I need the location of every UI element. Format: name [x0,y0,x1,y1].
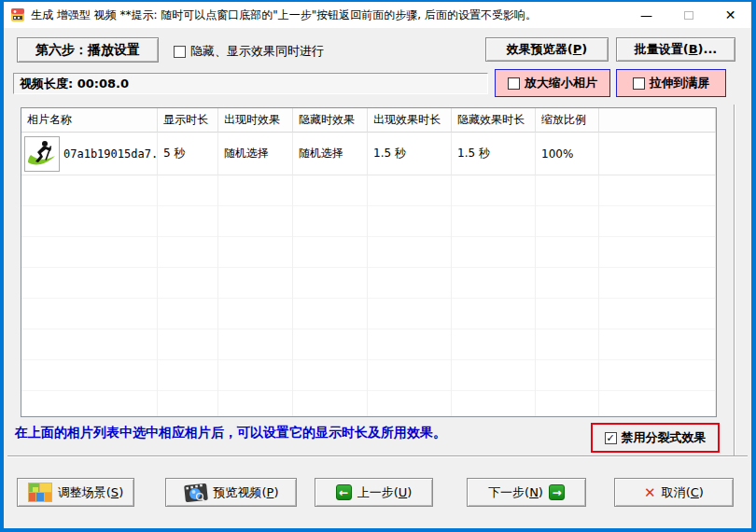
vertical-separator [734,105,735,455]
table-cell-hide-effect[interactable]: 随机选择 [293,133,368,175]
maximize-icon [684,11,693,20]
table-cell-scale[interactable]: 100% [536,133,599,175]
column-header-photo-name[interactable]: 相片名称 [21,108,158,133]
sync-effects-label: 隐藏、显示效果同时进行 [190,43,324,60]
video-length-field: 视频长度: 00:08.0 [13,73,488,94]
titlebar: 生成 增强型 视频 **提示: 随时可以点窗口底部的"上一步"按钮返回前面的步骤… [4,2,751,28]
hint-text: 在上面的相片列表中选中相应相片后，可以设置它的显示时长及所用效果。 [15,425,446,441]
previous-step-label: 上一步(U) [357,484,413,501]
checkbox-icon [633,77,645,90]
zoom-photo-checkbox[interactable]: 放大缩小相片 [495,69,610,97]
close-icon: ✕ [725,7,736,22]
column-header-appear-effect[interactable]: 出现时效果 [218,108,293,133]
step-label: 第六步：播放设置 [35,42,140,59]
table-cell-appear-duration[interactable]: 1.5 秒 [368,133,452,175]
batch-settings-label: 批量设置(B)... [635,41,718,58]
cancel-button[interactable]: ✕ 取消(C) [614,478,734,507]
table-cell-hide-duration[interactable]: 1.5 秒 [452,133,536,175]
step-label-button[interactable]: 第六步：播放设置 [17,37,159,63]
disable-split-effect-label: 禁用分裂式效果 [622,429,707,446]
adjust-scene-button[interactable]: 调整场景(S) [17,478,134,507]
effect-previewer-button[interactable]: 效果预览器(P) [485,37,609,62]
column-header-filler [599,108,716,133]
column-header-scale[interactable]: 缩放比例 [536,108,599,133]
table-row-photo-name[interactable]: 07a1b19015da7... [21,133,158,175]
column-header-appear-duration[interactable]: 出现效果时长 [368,108,452,133]
column-header-hide-duration[interactable]: 隐藏效果时长 [452,108,536,133]
next-step-button[interactable]: 下一步(N) → [467,478,586,507]
arrow-right-icon: → [549,484,565,500]
checkbox-checked-icon: ✓ [605,432,617,444]
batch-settings-button[interactable]: 批量设置(B)... [616,37,735,62]
film-preview-icon [184,483,208,503]
horizontal-separator [7,455,748,456]
stretch-fullscreen-checkbox[interactable]: 拉伸到满屏 [616,69,726,97]
next-step-label: 下一步(N) [488,484,543,501]
checkbox-icon [174,46,186,58]
column-header-hide-effect[interactable]: 隐藏时效果 [293,108,368,133]
table-cell-appear-effect[interactable]: 随机选择 [218,133,293,175]
stretch-fullscreen-label: 拉伸到满屏 [650,75,710,91]
maximize-button [667,2,709,28]
column-header-duration[interactable]: 显示时长 [158,108,218,133]
window-title: 生成 增强型 视频 **提示: 随时可以点窗口底部的"上一步"按钮返回前面的步骤… [31,7,537,23]
app-window: 生成 增强型 视频 **提示: 随时可以点窗口底部的"上一步"按钮返回前面的步骤… [0,0,756,532]
table-cell-duration[interactable]: 5 秒 [158,133,218,175]
minimize-button[interactable]: — [625,2,667,28]
previous-step-button[interactable]: ← 上一步(U) [315,478,433,507]
table-empty-area [21,175,158,416]
arrow-left-icon: ← [336,484,352,500]
zoom-photo-label: 放大缩小相片 [525,75,597,91]
minimize-icon: — [640,8,652,22]
effect-previewer-label: 效果预览器(P) [507,41,587,58]
disable-split-effect-checkbox[interactable]: ✓ 禁用分裂式效果 [591,423,720,453]
caption-buttons: — ✕ [625,2,751,28]
photo-name: 07a1b19015da7... [63,147,158,161]
photo-thumbnail [24,136,60,172]
sync-effects-checkbox[interactable]: 隐藏、显示效果同时进行 [174,43,324,60]
preview-video-button[interactable]: 预览视频(P) [165,478,297,507]
cancel-x-icon: ✕ [644,484,656,501]
photo-list-table: 相片名称 显示时长 出现时效果 隐藏时效果 出现效果时长 隐藏效果时长 缩放比例… [21,107,717,417]
preview-video-label: 预览视频(P) [214,484,279,501]
checkbox-icon [508,77,520,90]
video-length-text: 视频长度: 00:08.0 [20,76,129,92]
adjust-scene-label: 调整场景(S) [58,484,123,501]
scene-mosaic-icon [28,483,52,502]
athlete-thumbnail-image [26,138,58,170]
table-cell-filler [599,133,716,175]
app-icon [10,7,25,22]
cancel-label: 取消(C) [662,484,704,501]
close-button[interactable]: ✕ [709,2,751,28]
